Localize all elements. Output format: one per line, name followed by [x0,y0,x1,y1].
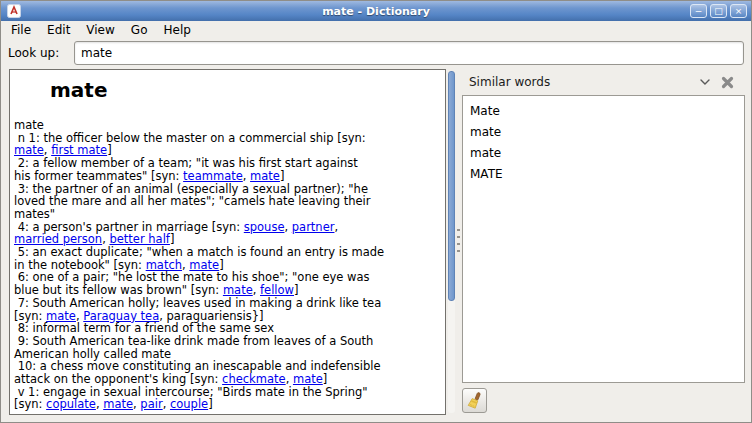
definition-textview: mate mate n 1: the officer below the mas… [10,70,445,411]
synonym-link[interactable]: spouse [244,220,285,234]
menu-go[interactable]: Go [123,21,156,39]
synonym-link[interactable]: mate [250,169,280,183]
definition-body: mate n 1: the officer below the master o… [14,119,443,411]
window-title: mate - Dictionary [1,5,751,18]
similar-word-item[interactable]: MATE [463,164,744,185]
minimize-button[interactable]: − [690,4,707,18]
synonym-link[interactable]: copulate [46,397,96,411]
similar-word-item[interactable]: Mate [463,101,744,122]
close-button[interactable]: × [730,4,747,18]
definition-line: mate [14,119,443,132]
sidebar-header: Similar words [462,69,745,95]
definition-line: 9: South American tea-like drink made fr… [14,335,443,348]
clear-button[interactable] [462,388,487,413]
lookup-row: Look up: [1,39,751,67]
synonym-link[interactable]: checkmate [222,372,286,386]
menu-view[interactable]: View [78,21,122,39]
headword: mate [50,78,443,102]
lookup-label: Look up: [8,46,74,60]
dictionary-window: mate - Dictionary −□× FileEditViewGoHelp… [0,0,752,423]
definition-line: mates" [14,208,443,221]
definition-line: 7: South American holly; leaves used in … [14,297,443,310]
sidebar-collapse-button[interactable] [695,72,715,92]
lookup-input[interactable] [74,41,744,65]
definition-line: blue but its fellow was brown" [syn: mat… [14,284,443,297]
splitter-grip-icon [457,229,460,257]
close-icon: × [735,7,743,16]
sidebar-close-button[interactable] [715,72,739,92]
sidebar-title: Similar words [469,75,695,89]
scrollbar-thumb[interactable] [448,71,455,301]
definition-line: loved the mare and all her mates"; "came… [14,195,443,208]
definition-line: 5: an exact duplicate; "when a match is … [14,246,443,259]
synonym-link[interactable]: partner [292,220,335,234]
synonym-link[interactable]: teammate [183,169,243,183]
menu-edit[interactable]: Edit [39,21,78,39]
minimize-icon: − [695,7,703,16]
maximize-button[interactable]: □ [710,4,727,18]
pane-splitter[interactable] [455,69,462,415]
menu-help[interactable]: Help [155,21,198,39]
chevron-down-icon [700,79,710,85]
similar-words-list: MatematemateMATE [462,95,745,383]
synonym-link[interactable]: pair [140,397,162,411]
synonym-link[interactable]: couple [170,397,208,411]
menu-file[interactable]: File [3,21,39,39]
similar-word-item[interactable]: mate [463,122,744,143]
similar-word-item[interactable]: mate [463,143,744,164]
menubar: FileEditViewGoHelp [1,21,751,39]
definition-line: [syn: copulate, mate, pair, couple] [14,398,443,411]
window-controls: −□× [690,4,747,18]
synonym-link[interactable]: mate [103,397,133,411]
close-icon [721,76,734,89]
definition-scrollbar[interactable] [448,71,455,413]
broom-icon [466,392,483,409]
definition-panel[interactable]: mate mate n 1: the officer below the mas… [9,69,446,415]
synonym-link[interactable]: mate [293,372,323,386]
maximize-icon: □ [714,7,723,16]
definition-line: his former teammates" [syn: teammate, ma… [14,170,443,183]
definition-line: attack on the opponent's king [syn: chec… [14,373,443,386]
titlebar[interactable]: mate - Dictionary −□× [1,1,751,21]
similar-words-sidebar: Similar words MatematemateMATE [462,69,745,415]
